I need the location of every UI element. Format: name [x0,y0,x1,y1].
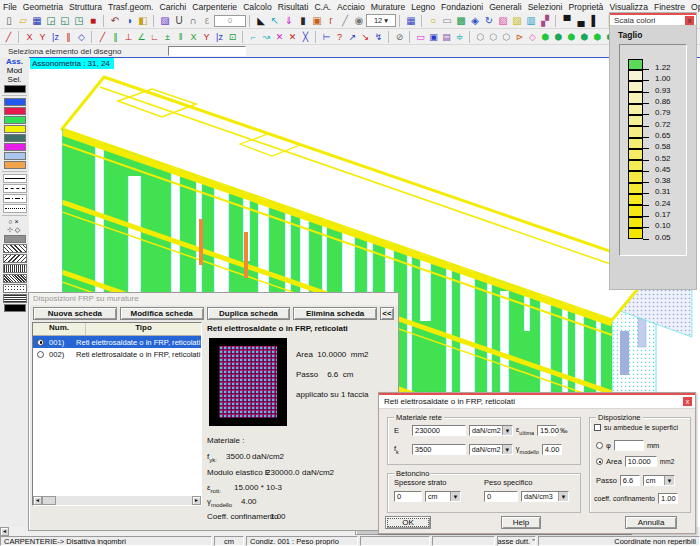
menu-item[interactable]: Struttura [66,2,105,12]
epsilon-icon[interactable]: ε [200,14,214,28]
menu-item[interactable]: Visualizza [606,2,651,12]
phi-input[interactable] [614,440,644,451]
color-chip-green[interactable] [4,116,26,124]
plane-view-icon[interactable]: ◇ [526,30,539,44]
sphere-view-icon[interactable]: ⬢ [552,30,565,44]
open-folder-icon[interactable]: ▱ [16,14,30,28]
stop-icon[interactable]: ■ [86,14,100,28]
ok-button[interactable]: OK [385,516,431,529]
menu-item[interactable]: Opzioni [688,2,700,12]
menu-item[interactable]: Fondazioni [438,2,486,12]
dim-diag-icon[interactable]: ↯ [372,30,385,44]
coeff-input[interactable]: 1.00 [658,493,678,504]
export-view-icon[interactable]: ◲ [44,14,58,28]
hatch-vertical[interactable] [3,264,27,273]
elimina-scheda-button[interactable]: Elimina scheda [293,307,377,320]
section-icon[interactable]: ≑ [453,30,466,44]
parallel-axis-icon[interactable]: ∥ [62,30,75,44]
globe-icon[interactable]: ◉ [352,14,366,28]
menu-item[interactable]: Proprietà [566,2,607,12]
angle-icon[interactable]: ∠ [135,30,148,44]
menu-item[interactable]: Carichi [156,2,189,12]
scroll-left-button[interactable]: ◄ [0,527,9,536]
panel-color-icon[interactable]: ▞ [538,14,552,28]
copy-view-icon[interactable]: ◱ [58,14,72,28]
tab-seleziona[interactable]: Sel. [0,75,29,84]
flag-view-icon[interactable]: ⊳ [513,30,526,44]
dim-icon[interactable]: ⊢ [320,30,333,44]
fill-gray-chip[interactable] [4,235,26,243]
cube-view-icon[interactable]: ⬡ [487,30,500,44]
menu-item[interactable]: Risultati [275,2,312,12]
fence-icon[interactable]: ⌐ [247,30,260,44]
materials-icon[interactable]: ◧ [136,14,150,28]
hatch-diagonal[interactable] [3,244,27,253]
drop-icon[interactable]: ⇓ [282,14,296,28]
passo-input[interactable]: 6.6 [620,475,640,486]
line-style-dashed[interactable] [3,184,27,193]
trim-icon[interactable]: ✕ [286,30,299,44]
menu-item[interactable]: Acciaio [334,2,368,12]
bulb-icon[interactable]: ○ [426,14,440,28]
spessore-unit-select[interactable]: cm▼ [425,491,461,502]
hatch-diagonal-rev[interactable] [3,254,27,263]
panel-pink-icon[interactable]: ▧ [496,14,510,28]
hatch-dots[interactable] [3,284,27,293]
offset-icon[interactable]: ± [161,30,174,44]
snap-x-icon[interactable]: X [187,30,200,44]
line-icon[interactable]: ╱ [2,30,15,44]
both-faces-checkbox[interactable] [594,424,601,431]
area-radio[interactable] [596,458,603,465]
mesh-icon[interactable]: ▩ [454,14,468,28]
phi-radio[interactable] [596,442,603,449]
menu-item[interactable]: Trasf.geom. [105,2,157,12]
snap-z-icon[interactable]: |z [213,30,226,44]
layout-left-icon[interactable]: ▌ [588,14,602,28]
close-icon[interactable]: x [685,16,694,25]
font-size-select[interactable]: 12 ▾ [366,14,396,27]
peso-unit-select[interactable]: daN/cm3▼ [521,491,569,502]
tab-modifica[interactable]: Mod [0,66,29,75]
coord-x-icon[interactable]: X [23,30,36,44]
help-button[interactable]: Help [501,516,541,529]
color-chip-yellow[interactable] [4,125,26,133]
new-file-icon[interactable]: ▯ [2,14,16,28]
line-style-dashdot[interactable] [3,194,27,203]
numeric-field[interactable]: 0 [214,15,246,27]
modifica-scheda-button[interactable]: Modifica scheda [120,307,204,320]
undo-icon[interactable]: ↶ [108,14,122,28]
current-color-chip[interactable] [4,85,26,93]
rhombus-icon[interactable]: ◇ [75,30,88,44]
rotate-view-icon[interactable]: ⬢ [565,30,578,44]
area-input[interactable]: 10.000 [625,456,657,467]
line-style-solid[interactable] [3,174,27,183]
annulla-button[interactable]: Annulla [625,516,677,529]
e-input[interactable]: 230000 [412,425,466,436]
solid-cube-icon[interactable]: ⬢ [539,30,552,44]
marker-circle-cross[interactable]: ○× [0,218,29,226]
color-chip-magenta[interactable] [4,143,26,151]
pick-arrow-icon[interactable]: ↖ [268,14,282,28]
save-icon[interactable]: ▦ [30,14,44,28]
passo-unit-select[interactable]: cm▼ [643,475,675,486]
menu-item[interactable]: Geometria [20,2,66,12]
row-radio[interactable] [37,339,44,346]
perpendicular-icon[interactable]: ⊥ [122,30,135,44]
window-select-icon[interactable]: ▣ [427,30,440,44]
menu-item[interactable]: Carpenterie [189,2,240,12]
close-icon[interactable]: x [683,397,692,406]
menu-item[interactable]: Generali [486,2,524,12]
building-icon[interactable]: ▦ [404,14,418,28]
row-radio[interactable] [37,351,44,358]
layout-top-icon[interactable]: ▀ [560,14,574,28]
color-view-icon[interactable]: ▣ [310,14,324,28]
query-icon[interactable]: ? [333,30,346,44]
grid-snap-icon[interactable]: ⊡ [226,30,239,44]
color-chip-teal[interactable] [4,134,26,142]
region-icon[interactable]: ▭ [414,30,427,44]
hatch-cross[interactable] [3,274,27,283]
triple-line-icon[interactable]: ‖ [174,30,187,44]
panel-yellow-icon[interactable]: ▨ [510,14,524,28]
color-chip-blue[interactable] [4,98,26,106]
menu-item[interactable]: Murature [368,2,408,12]
